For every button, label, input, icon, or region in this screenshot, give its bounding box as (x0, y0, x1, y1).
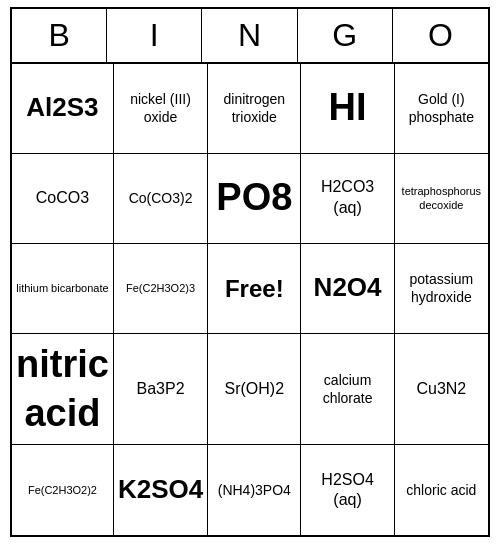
cell-text: Gold (I) phosphate (399, 90, 484, 126)
cell-text: tetraphosphorus decoxide (399, 184, 484, 213)
bingo-cell: H2CO3 (aq) (301, 154, 394, 244)
cell-text: Cu3N2 (416, 379, 466, 400)
cell-text: (NH4)3PO4 (218, 481, 291, 499)
bingo-cell: CoCO3 (12, 154, 114, 244)
bingo-cell: dinitrogen trioxide (208, 64, 301, 154)
bingo-cell: Cu3N2 (395, 334, 488, 446)
bingo-cell: K2SO4 (114, 445, 208, 535)
cell-text: N2O4 (314, 271, 382, 305)
bingo-cell: HI (301, 64, 394, 154)
bingo-cell: PO8 (208, 154, 301, 244)
bingo-cell: chloric acid (395, 445, 488, 535)
bingo-cell: Fe(C2H3O2)2 (12, 445, 114, 535)
cell-text: nitric acid (16, 340, 109, 439)
bingo-cell: Al2S3 (12, 64, 114, 154)
cell-text: Fe(C2H3O2)3 (126, 281, 195, 295)
cell-text: Fe(C2H3O2)2 (28, 483, 97, 497)
cell-text: dinitrogen trioxide (212, 90, 296, 126)
bingo-card: BINGO Al2S3nickel (III) oxidedinitrogen … (10, 7, 490, 538)
cell-text: PO8 (216, 173, 292, 222)
cell-text: H2CO3 (aq) (305, 177, 389, 219)
cell-text: Co(CO3)2 (129, 189, 193, 207)
header-letter: O (393, 9, 488, 62)
bingo-cell: H2SO4 (aq) (301, 445, 394, 535)
cell-text: calcium chlorate (305, 371, 389, 407)
bingo-header: BINGO (12, 9, 488, 64)
cell-text: Sr(OH)2 (225, 379, 285, 400)
cell-text: nickel (III) oxide (118, 90, 203, 126)
cell-text: K2SO4 (118, 473, 203, 507)
bingo-cell: Gold (I) phosphate (395, 64, 488, 154)
cell-text: lithium bicarbonate (16, 281, 108, 295)
cell-text: HI (329, 83, 367, 132)
bingo-cell: Co(CO3)2 (114, 154, 208, 244)
cell-text: CoCO3 (36, 188, 89, 209)
bingo-cell: (NH4)3PO4 (208, 445, 301, 535)
bingo-cell: Fe(C2H3O2)3 (114, 244, 208, 334)
bingo-cell: Sr(OH)2 (208, 334, 301, 446)
header-letter: N (202, 9, 297, 62)
bingo-cell: N2O4 (301, 244, 394, 334)
cell-text: potassium hydroxide (399, 270, 484, 306)
bingo-grid: Al2S3nickel (III) oxidedinitrogen trioxi… (12, 64, 488, 536)
bingo-cell: tetraphosphorus decoxide (395, 154, 488, 244)
cell-text: Ba3P2 (137, 379, 185, 400)
bingo-cell: Free! (208, 244, 301, 334)
cell-text: Free! (225, 273, 284, 304)
header-letter: I (107, 9, 202, 62)
bingo-cell: nitric acid (12, 334, 114, 446)
bingo-cell: lithium bicarbonate (12, 244, 114, 334)
bingo-cell: potassium hydroxide (395, 244, 488, 334)
bingo-cell: Ba3P2 (114, 334, 208, 446)
bingo-cell: nickel (III) oxide (114, 64, 208, 154)
bingo-cell: calcium chlorate (301, 334, 394, 446)
header-letter: B (12, 9, 107, 62)
header-letter: G (298, 9, 393, 62)
cell-text: H2SO4 (aq) (305, 470, 389, 512)
cell-text: Al2S3 (26, 91, 98, 125)
cell-text: chloric acid (406, 481, 476, 499)
